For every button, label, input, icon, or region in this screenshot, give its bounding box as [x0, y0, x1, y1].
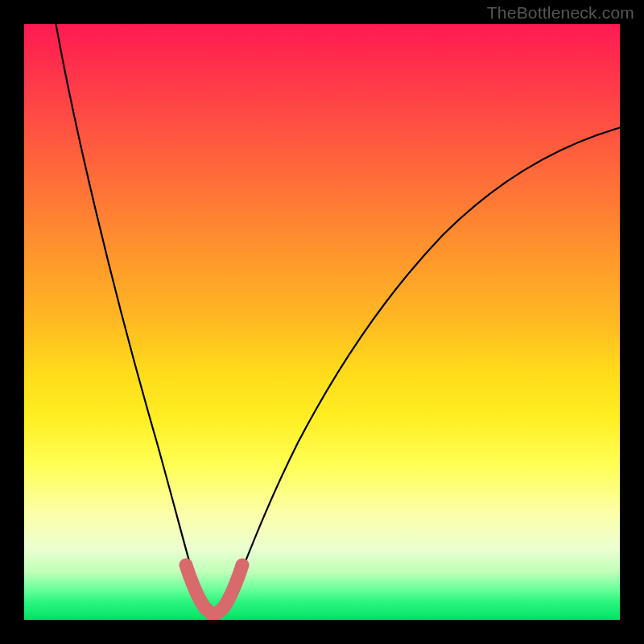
plot-area	[24, 24, 620, 620]
curve-layer	[24, 24, 620, 620]
chart-container: TheBottleneck.com	[0, 0, 644, 644]
minimum-highlight	[186, 565, 242, 613]
bottleneck-curve	[53, 24, 620, 617]
watermark-text: TheBottleneck.com	[487, 3, 634, 23]
